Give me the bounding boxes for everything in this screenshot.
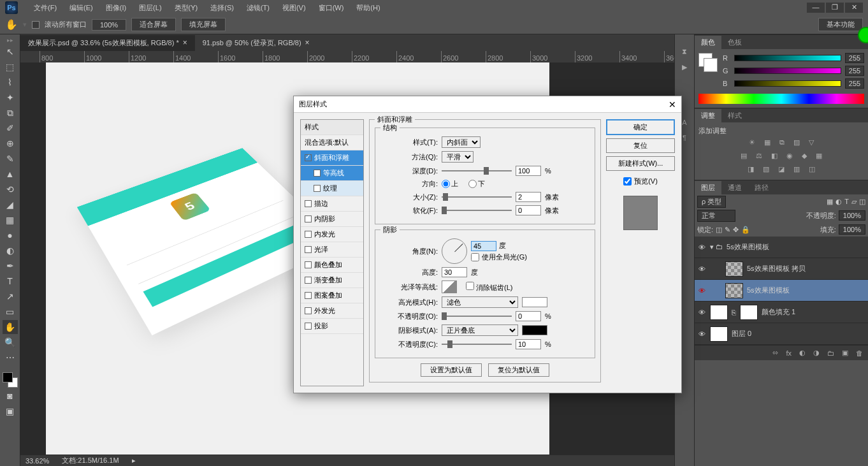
blur-tool[interactable]: ● — [3, 228, 18, 242]
char-icon[interactable]: A — [682, 119, 686, 126]
menu-window[interactable]: 窗口(W) — [312, 3, 351, 13]
fill-screen-button[interactable]: 填充屏幕 — [181, 18, 226, 31]
spectrum-bar[interactable] — [698, 94, 864, 104]
fit-screen-button[interactable]: 适合屏幕 — [131, 18, 176, 31]
layer-name[interactable]: 5s效果图模板 拷贝 — [747, 264, 806, 273]
path-tool[interactable]: ↗ — [3, 289, 18, 303]
style-select[interactable]: 内斜面 — [442, 136, 481, 148]
make-default-button[interactable]: 设置为默认值 — [421, 363, 482, 377]
type-tool[interactable]: T — [3, 274, 18, 288]
brush-tool[interactable]: ✎ — [3, 152, 18, 166]
layer-name[interactable]: 图层 0 — [732, 329, 751, 339]
layer-row[interactable]: 👁 5s效果图模板 — [695, 280, 868, 302]
menu-view[interactable]: 视图(V) — [276, 3, 312, 13]
layer-thumb[interactable] — [725, 283, 743, 298]
layer-thumb[interactable] — [710, 305, 728, 320]
g-slider[interactable] — [734, 68, 841, 74]
menu-image[interactable]: 图像(I) — [99, 3, 133, 13]
b-slider[interactable] — [734, 80, 841, 87]
hl-opacity-input[interactable] — [516, 311, 541, 321]
antialias-checkbox[interactable] — [466, 282, 474, 290]
contour-checkbox[interactable] — [314, 170, 321, 177]
angle-input[interactable] — [471, 241, 496, 251]
shadow-mode-select[interactable]: 正片叠底 — [442, 324, 518, 336]
vibrance-icon[interactable]: ▽ — [809, 138, 814, 147]
history-icon[interactable]: ⧗ — [682, 47, 687, 55]
altitude-input[interactable] — [442, 267, 467, 277]
layer-name[interactable]: 5s效果图模板 — [727, 242, 769, 252]
texture-item[interactable]: 纹理 — [301, 181, 363, 196]
grad-overlay-item[interactable]: 渐变叠加 — [301, 273, 363, 288]
visibility-icon[interactable]: 👁 — [697, 330, 706, 338]
visibility-icon[interactable]: 👁 — [697, 265, 706, 273]
tab-layers[interactable]: 图层 — [695, 181, 721, 194]
document-tab-2[interactable]: 91.psb @ 50% (登录页, RGB/8) × — [195, 35, 317, 51]
contour-item[interactable]: 等高线 — [301, 166, 363, 181]
filter-shape-icon[interactable]: ▱ — [851, 198, 857, 206]
workspace-button[interactable]: 基本功能 — [818, 18, 863, 31]
inner-glow-item[interactable]: 内发光 — [301, 227, 363, 242]
dialog-titlebar[interactable]: 图层样式 ✕ — [294, 96, 681, 113]
inner-glow-checkbox[interactable] — [305, 231, 312, 238]
menu-layer[interactable]: 图层(L) — [133, 3, 168, 13]
layer-row[interactable]: 👁 ▾ 🗀 5s效果图模板 — [695, 237, 868, 258]
technique-select[interactable]: 平滑 — [442, 151, 474, 163]
tab-channels[interactable]: 通道 — [721, 181, 748, 194]
depth-slider[interactable] — [442, 170, 512, 171]
menu-type[interactable]: 类型(Y) — [168, 3, 205, 13]
selcolor-icon[interactable]: ◫ — [809, 165, 815, 173]
depth-input[interactable] — [516, 166, 541, 176]
quickmask-toggle[interactable]: ◙ — [3, 389, 18, 403]
lut-icon[interactable]: ▦ — [816, 152, 822, 160]
dodge-tool[interactable]: ◐ — [3, 244, 18, 258]
hl-opacity-slider[interactable] — [442, 316, 512, 317]
play-icon[interactable]: ▶ — [682, 63, 687, 71]
preview-checkbox[interactable] — [623, 177, 632, 186]
g-value[interactable]: 255 — [845, 66, 864, 76]
bw-icon[interactable]: ◧ — [771, 152, 778, 160]
blend-options-item[interactable]: 混合选项:默认 — [301, 135, 363, 150]
pen-tool[interactable]: ✒ — [3, 259, 18, 273]
invert-icon[interactable]: ◨ — [748, 165, 754, 173]
balance-icon[interactable]: ⚖ — [756, 152, 762, 160]
menu-help[interactable]: 帮助(H) — [350, 3, 386, 13]
document-tab-1[interactable]: 效果展示.psd @ 33.6% (5s效果图模板, RGB/8) * × — [20, 35, 195, 51]
scroll-all-checkbox[interactable] — [32, 21, 40, 29]
tab-color[interactable]: 颜色 — [695, 36, 721, 49]
hand-tool[interactable]: ✋ — [3, 320, 18, 334]
screenmode-toggle[interactable]: ▣ — [3, 404, 18, 418]
window-maximize[interactable]: ❐ — [826, 3, 844, 13]
layer-row[interactable]: 👁 5s效果图模板 拷贝 — [695, 258, 868, 280]
visibility-icon[interactable]: 👁 — [697, 309, 706, 316]
satin-item[interactable]: 光泽 — [301, 242, 363, 258]
curves-icon[interactable]: ⧉ — [779, 138, 785, 147]
tab-swatches[interactable]: 色板 — [721, 36, 748, 49]
marquee-tool[interactable]: ⬚ — [3, 60, 18, 74]
eyedropper-tool[interactable]: ✐ — [3, 121, 18, 135]
levels-icon[interactable]: ▦ — [764, 138, 770, 147]
menu-select[interactable]: 选择(S) — [204, 3, 240, 13]
filter-adjust-icon[interactable]: ◐ — [835, 198, 842, 206]
size-input[interactable] — [516, 192, 541, 202]
inner-shadow-item[interactable]: 内阴影 — [301, 212, 363, 227]
lock-trans-icon[interactable]: ◫ — [716, 226, 722, 234]
move-tool[interactable]: ↖ — [3, 45, 18, 59]
new-style-button[interactable]: 新建样式(W)... — [606, 156, 675, 171]
adjust-icon[interactable]: ◑ — [813, 349, 820, 357]
stroke-item[interactable]: 描边 — [301, 196, 363, 212]
lock-pos-icon[interactable]: ✥ — [733, 226, 739, 234]
grad-overlay-checkbox[interactable] — [305, 277, 312, 284]
pattern-overlay-checkbox[interactable] — [305, 292, 312, 299]
new-layer-icon[interactable]: ▣ — [842, 349, 848, 357]
gradmap-icon[interactable]: ▥ — [793, 165, 800, 173]
sh-opacity-slider[interactable] — [442, 344, 512, 345]
heal-tool[interactable]: ⊕ — [3, 136, 18, 150]
fx-icon[interactable]: fx — [786, 349, 792, 357]
dialog-close-icon[interactable]: ✕ — [669, 99, 676, 110]
sh-opacity-input[interactable] — [516, 339, 541, 349]
stroke-checkbox[interactable] — [305, 200, 312, 207]
edit-toolbar[interactable]: ⋯ — [3, 351, 18, 365]
lock-all-icon[interactable]: 🔒 — [741, 226, 750, 234]
layer-row[interactable]: 👁 ⎘ 颜色填充 1 — [695, 302, 868, 323]
color-swatches[interactable] — [3, 372, 18, 388]
